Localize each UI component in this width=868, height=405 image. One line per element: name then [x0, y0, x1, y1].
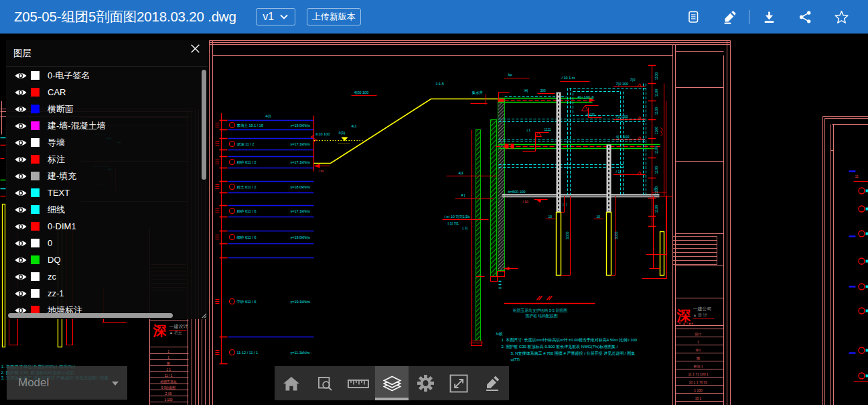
svg-text:b=600 100: b=600 100 — [508, 190, 526, 194]
svg-text:2. 围护桩 C30 桩顶标高-0.500 桩长详见桩表: 2. 围护桩 C30 桩顶标高-0.500 桩长详见桩表 NWG(7%)标准图集… — [502, 344, 618, 349]
svg-text:/ m: / m — [319, 169, 324, 173]
svg-text:1111: 1111 — [545, 127, 551, 131]
svg-text:淤泥 11 / 2: 淤泥 11 / 2 — [237, 142, 255, 147]
svg-text:1100: 1100 — [654, 72, 658, 80]
svg-text:围护桩 结构配筋图: 围护桩 结构配筋图 — [526, 313, 558, 319]
svg-text:1 1: 1 1 — [166, 368, 171, 371]
svg-text:1: 1 — [167, 350, 169, 353]
svg-text:▲ 设 计: ▲ 设 计 — [693, 312, 707, 317]
svg-text:一建设计: 一建设计 — [169, 324, 188, 329]
svg-text:11-12 / 11 / 1: 11-12 / 11 / 1 — [237, 351, 259, 355]
svg-text:细砂 611 / 6: 细砂 611 / 6 — [237, 235, 257, 240]
svg-text:4(1): 4(1) — [339, 131, 346, 135]
svg-text:1100: 1100 — [654, 205, 658, 213]
svg-text:300: 300 — [540, 89, 547, 93]
svg-text:γ=17.1kN/m: γ=17.1kN/m — [291, 160, 311, 164]
svg-text:图: 图 — [697, 356, 700, 361]
svg-text:组团五基坑: 组团五基坑 — [161, 380, 177, 384]
svg-text:11: 11 — [855, 174, 859, 178]
svg-text:1. 本图尺寸: 长度以mm计/标高以m计 ±0.00相当于: 1. 本图尺寸: 长度以mm计/标高以m计 ±0.00相当于绝对标高4.50m … — [502, 337, 638, 343]
svg-text:1:1.5: 1:1.5 — [436, 82, 444, 86]
svg-text:/ 10 1 m: / 10 1 m — [562, 76, 575, 80]
svg-text:γ=18.0kN/m: γ=18.0kN/m — [291, 185, 311, 189]
svg-text:5-5剖面图: 5-5剖面图 — [161, 386, 176, 390]
svg-text:1 100: 1 100 — [694, 388, 703, 392]
svg-text:/ 1): / 1) — [616, 170, 622, 174]
svg-text:素填土 18.1 / 18: 素填土 18.1 / 18 — [237, 123, 263, 127]
svg-text:3. N支撑体系施工 # 700 围檩 # 严禁超挖 /: 3. N支撑体系施工 # 700 围檩 # 严禁超挖 / 分层开挖 详见总说明 … — [511, 351, 636, 356]
svg-text:1100: 1100 — [654, 166, 658, 174]
svg-text:桩顶 1: 桩顶 1 — [693, 364, 703, 368]
svg-text:审1: 审1 — [696, 348, 701, 352]
svg-text:10 1: 10 1 — [695, 396, 702, 400]
svg-text:10: 10 — [549, 215, 553, 219]
svg-text:▼ ▲ / ■ ♦: ▼ ▲ / ■ ♦ — [678, 321, 694, 325]
svg-text:10: 10 — [597, 215, 601, 219]
svg-text:11 / 1: 11 / 1 — [165, 374, 173, 378]
svg-text:γ=19.0kN/m: γ=19.0kN/m — [291, 235, 311, 239]
svg-text:q(77): q(77) — [511, 357, 520, 361]
svg-text:Z-05: Z-05 — [165, 392, 172, 396]
svg-text:4(1: 4(1 — [352, 124, 357, 128]
svg-text:/ m 10 7||7|1|1b: / m 10 7||7|1|1b — [445, 215, 470, 219]
svg-text:图: 图 — [167, 362, 170, 365]
svg-text:▲ 岩土: ▲ 岩土 — [169, 331, 183, 335]
svg-text:1100: 1100 — [654, 127, 658, 135]
svg-text:4(00 100: 4(00 100 — [354, 91, 369, 95]
svg-text:粉砂 611 / 6: 粉砂 611 / 6 — [237, 209, 257, 214]
svg-text:7(0 100: 7(0 100 — [616, 82, 629, 86]
svg-text:1000: 1000 — [565, 231, 569, 239]
svg-text:4(1: 4(1 — [265, 114, 271, 118]
svg-text:#|n 100 d|: #|n 100 d| — [578, 95, 594, 99]
svg-text:11: 11 — [654, 187, 657, 191]
svg-text:1100: 1100 — [654, 146, 658, 154]
svg-text:# |: # | — [461, 193, 465, 197]
svg-text:设计: 设计 — [695, 332, 702, 336]
svg-text:①10 100: ①10 100 — [315, 132, 330, 136]
svg-text:N枚: N枚 — [496, 331, 503, 336]
svg-text:γ=19.0kN/m: γ=19.0kN/m — [291, 123, 311, 127]
svg-text:组团五基坑支护结构 5-5 剖面图: 组团五基坑支护结构 5-5 剖面图 — [513, 308, 567, 313]
svg-text:粉土 611 / 2: 粉土 611 / 2 — [237, 185, 257, 190]
svg-text:10 1 1 70 01: 10 1 1 70 01 — [689, 380, 708, 384]
svg-text:/ 10: / 10 — [523, 200, 529, 204]
svg-text:| 1|: | 1| — [463, 226, 467, 230]
svg-text:/ 0 /100: / 0 /100 — [616, 115, 628, 119]
svg-text:丨丨: 丨丨 — [562, 202, 569, 207]
svg-text:4|1: 4|1 — [459, 171, 464, 175]
svg-text:集水井: 集水井 — [472, 91, 484, 95]
svg-text:1100: 1100 — [654, 107, 658, 115]
svg-text:1: 1 — [697, 340, 699, 344]
svg-text:| 1| 7|1: | 1| 7|1 — [448, 221, 459, 225]
svg-text:| 1: | 1 — [527, 128, 531, 132]
svg-text:bp: bp — [508, 72, 512, 76]
svg-text:γ=17.1kN/m: γ=17.1kN/m — [291, 142, 311, 146]
svg-text:一建公司: 一建公司 — [693, 306, 712, 312]
svg-text:1:100: 1:100 — [164, 398, 172, 402]
svg-text:11 1 71 100 1: 11 1 71 100 1 — [688, 372, 708, 376]
svg-text:7(0: 7(0 — [630, 78, 636, 82]
svg-text:1100: 1100 — [654, 89, 658, 97]
svg-text:γ=11.1kN/m: γ=11.1kN/m — [291, 351, 311, 355]
svg-text:中砂 611 / 6: 中砂 611 / 6 — [237, 300, 257, 304]
svg-text:1: 1 — [167, 356, 169, 359]
svg-text:γ=17.1kN/m: γ=17.1kN/m — [291, 209, 311, 213]
svg-text:1000: 1000 — [614, 231, 618, 239]
svg-text:/(V|11: /(V|11 — [587, 113, 595, 117]
svg-text:4( 0 100: 4( 0 100 — [616, 135, 630, 139]
svg-text:深: 深 — [153, 323, 167, 338]
svg-text:粉砂 611 / 2: 粉砂 611 / 2 — [237, 160, 257, 165]
svg-text:γ=19.1kN/m: γ=19.1kN/m — [291, 300, 311, 304]
svg-text:/#): /#) — [524, 89, 528, 93]
